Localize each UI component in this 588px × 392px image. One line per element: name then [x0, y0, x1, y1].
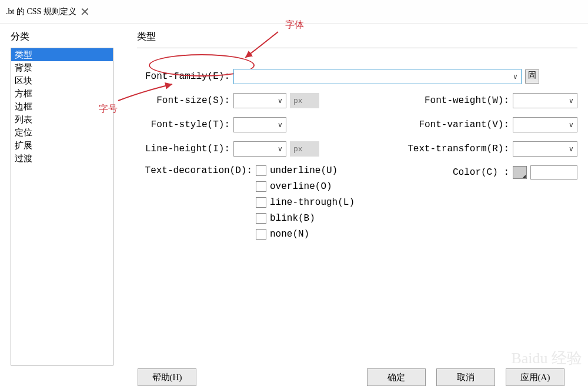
label-font-style: Font-style(T):: [137, 119, 230, 130]
chevron-down-icon: ∨: [569, 145, 574, 153]
checkbox-overline[interactable]: [256, 181, 266, 192]
font-family-extra-button[interactable]: 固: [525, 69, 539, 84]
font-style-select[interactable]: ∨: [233, 117, 286, 132]
close-button[interactable]: ✕: [76, 5, 94, 19]
label-color: Color(C) :: [453, 167, 509, 178]
color-swatch[interactable]: [513, 166, 527, 179]
checkbox-line-through[interactable]: [256, 197, 266, 208]
chevron-down-icon: ∨: [278, 145, 283, 153]
category-item-border[interactable]: 边框: [11, 100, 113, 113]
titlebar: .bt 的 CSS 规则定义 ✕: [0, 0, 588, 24]
label-line-through: line-through(L): [270, 197, 355, 208]
text-decoration-group: underline(U) overline(O) line-through(L)…: [256, 165, 355, 245]
font-size-unit[interactable]: px: [290, 93, 319, 108]
apply-button[interactable]: 应用(A): [506, 368, 564, 386]
text-transform-select[interactable]: ∨: [513, 141, 577, 157]
chevron-down-icon: ∨: [278, 121, 283, 129]
font-size-select[interactable]: ∨: [233, 93, 286, 108]
chevron-down-icon: ∨: [569, 97, 574, 105]
label-font-weight: Font-weight(W):: [359, 95, 510, 106]
checkbox-blink[interactable]: [256, 213, 266, 224]
checkbox-underline[interactable]: [256, 165, 266, 176]
label-font-family: Font-family(E):: [137, 71, 230, 82]
label-none: none(N): [270, 229, 309, 240]
ok-button[interactable]: 确定: [367, 368, 426, 386]
label-overline: overline(O): [270, 181, 332, 192]
line-height-select[interactable]: ∨: [233, 141, 286, 157]
checkbox-none[interactable]: [256, 229, 266, 240]
chevron-down-icon: ∨: [278, 97, 283, 105]
cancel-button[interactable]: 取消: [436, 368, 495, 386]
chevron-down-icon: ∨: [569, 121, 574, 129]
label-underline: underline(U): [270, 165, 338, 176]
category-item-type[interactable]: 类型: [11, 48, 113, 61]
category-item-transition[interactable]: 过渡: [11, 152, 113, 165]
font-weight-select[interactable]: ∨: [513, 93, 577, 108]
chevron-down-icon: ∨: [513, 72, 518, 81]
dialog-footer: 帮助(H) 确定 取消 应用(A): [0, 363, 588, 392]
label-text-transform: Text-transform(R):: [359, 144, 510, 154]
font-family-select[interactable]: ∨: [233, 69, 522, 84]
title-divider: [137, 48, 577, 48]
label-text-decoration: Text-decoration(D):: [137, 165, 252, 176]
window-title: .bt 的 CSS 规则定义: [6, 6, 76, 17]
category-item-extensions[interactable]: 扩展: [11, 139, 113, 152]
line-height-unit[interactable]: px: [290, 141, 319, 157]
category-item-list[interactable]: 列表: [11, 113, 113, 126]
label-line-height: Line-height(I):: [137, 144, 230, 154]
category-item-background[interactable]: 背景: [11, 61, 113, 74]
label-font-size: Font-size(S):: [137, 95, 230, 106]
category-item-box[interactable]: 方框: [11, 87, 113, 100]
category-heading: 分类: [11, 31, 113, 43]
label-blink: blink(B): [270, 213, 315, 224]
panel-title: 类型: [137, 31, 577, 43]
category-list: 类型 背景 区块 方框 边框 列表 定位 扩展 过渡: [11, 48, 113, 366]
label-font-variant: Font-variant(V):: [359, 119, 510, 130]
category-item-positioning[interactable]: 定位: [11, 126, 113, 139]
category-item-block[interactable]: 区块: [11, 74, 113, 87]
help-button[interactable]: 帮助(H): [138, 368, 196, 386]
font-variant-select[interactable]: ∨: [513, 117, 577, 132]
color-input[interactable]: [530, 165, 577, 180]
